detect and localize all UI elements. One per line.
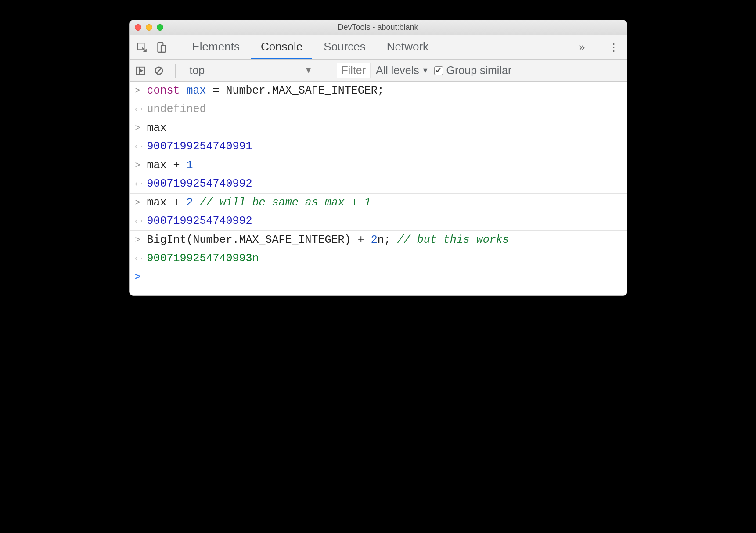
console-output-value: 9007199254740992 (147, 215, 252, 227)
output-chevron-icon: ‹· (134, 215, 142, 228)
separator (175, 64, 176, 78)
context-label: top (190, 64, 205, 77)
prompt-chevron-icon: > (134, 271, 142, 284)
console-input-row: >const max = Number.MAX_SAFE_INTEGER; (130, 82, 627, 100)
dropdown-icon: ▼ (422, 67, 429, 75)
input-chevron-icon: > (134, 159, 142, 172)
console-output-value: 9007199254740992 (147, 177, 252, 190)
devtools-tabbar: Elements Console Sources Network » ⋮ (130, 35, 627, 60)
console-output-value: 9007199254740991 (147, 140, 252, 153)
input-chevron-icon: > (134, 84, 142, 97)
titlebar: DevTools - about:blank (130, 20, 627, 35)
input-chevron-icon: > (134, 196, 142, 209)
log-level-selector[interactable]: All levels ▼ (376, 64, 429, 77)
tab-network[interactable]: Network (377, 35, 438, 59)
console-input-row: >max (130, 119, 627, 137)
output-chevron-icon: ‹· (134, 103, 142, 116)
clear-console-icon[interactable] (152, 64, 166, 77)
group-similar-toggle[interactable]: ✔ Group similar (434, 64, 512, 77)
svg-rect-2 (161, 45, 166, 52)
console-input-code: max + 2 // will be same as max + 1 (147, 196, 371, 209)
output-chevron-icon: ‹· (134, 140, 142, 153)
input-chevron-icon: > (134, 122, 142, 135)
console-toolbar: top ▼ Filter All levels ▼ ✔ Group simila… (130, 60, 627, 82)
inspect-element-icon[interactable] (133, 39, 151, 56)
dropdown-icon: ▼ (305, 66, 313, 75)
devtools-window: DevTools - about:blank Elements Console … (129, 20, 627, 296)
separator (598, 40, 598, 54)
console-input-row: >BigInt(Number.MAX_SAFE_INTEGER) + 2n; /… (130, 231, 627, 249)
console-input-code: const max = Number.MAX_SAFE_INTEGER; (147, 84, 384, 97)
context-selector[interactable]: top ▼ (185, 64, 317, 77)
console-entry: >BigInt(Number.MAX_SAFE_INTEGER) + 2n; /… (130, 231, 627, 268)
console-entry: >max + 2 // will be same as max + 1‹·900… (130, 194, 627, 231)
separator (176, 40, 176, 54)
console-entry: >const max = Number.MAX_SAFE_INTEGER;‹·u… (130, 82, 627, 119)
console-output: >const max = Number.MAX_SAFE_INTEGER;‹·u… (130, 82, 627, 295)
console-output-value: undefined (147, 103, 206, 115)
console-output-row: ‹·9007199254740993n (130, 249, 627, 268)
output-chevron-icon: ‹· (134, 177, 142, 191)
checkbox-checked-icon: ✔ (434, 66, 443, 75)
console-output-row: ‹·9007199254740992 (130, 212, 627, 230)
console-input-row: >max + 1 (130, 156, 627, 175)
console-entry: >max‹·9007199254740991 (130, 119, 627, 156)
input-chevron-icon: > (134, 234, 142, 247)
console-output-row: ‹·9007199254740992 (130, 175, 627, 193)
device-toolbar-icon[interactable] (152, 39, 170, 56)
console-output-row: ‹·undefined (130, 100, 627, 119)
window-title: DevTools - about:blank (130, 23, 627, 32)
more-tabs-icon[interactable]: » (572, 40, 591, 54)
console-prompt[interactable]: > (130, 268, 627, 295)
console-input-code: max (147, 122, 167, 134)
devtools-menu-icon[interactable]: ⋮ (604, 42, 623, 53)
console-input-code: BigInt(Number.MAX_SAFE_INTEGER) + 2n; //… (147, 234, 509, 246)
console-output-value: 9007199254740993n (147, 252, 259, 265)
toggle-sidebar-icon[interactable] (134, 64, 147, 77)
console-output-row: ‹·9007199254740991 (130, 137, 627, 156)
tab-elements[interactable]: Elements (183, 35, 249, 59)
console-entry: >max + 1‹·9007199254740992 (130, 156, 627, 194)
console-input-code: max + 1 (147, 159, 193, 172)
console-input-row: >max + 2 // will be same as max + 1 (130, 194, 627, 212)
separator (327, 64, 327, 78)
filter-input[interactable]: Filter (337, 63, 371, 78)
tab-console[interactable]: Console (251, 35, 312, 59)
tab-sources[interactable]: Sources (314, 35, 375, 59)
output-chevron-icon: ‹· (134, 252, 142, 265)
